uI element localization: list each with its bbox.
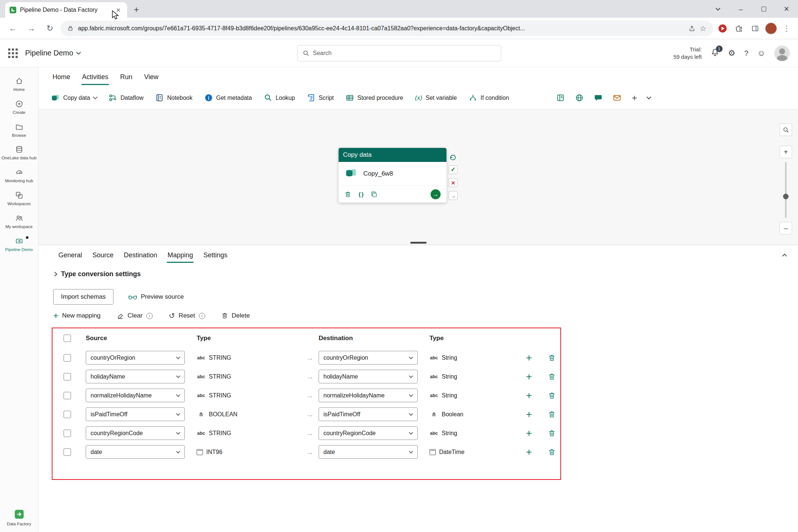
sidebar-item-onelake-data-hub[interactable]: OneLake data hub	[0, 142, 38, 165]
feedback-smiley-icon[interactable]	[757, 49, 765, 57]
toolbar-if-condition[interactable]: If condition	[469, 94, 509, 102]
ribbon-tab-activities[interactable]: Activities	[76, 67, 114, 87]
sidebar-item-data-factory[interactable]: Data Factory	[0, 509, 38, 532]
run-activity-button[interactable]	[431, 189, 441, 199]
destination-column-dropdown[interactable]: countryOrRegion	[319, 351, 418, 365]
teams-chat-icon[interactable]	[594, 94, 602, 102]
window-maximize-button[interactable]	[752, 0, 775, 18]
sidebar-item-monitoring-hub[interactable]: Monitoring hub	[0, 165, 38, 187]
chevron-down-icon[interactable]	[647, 95, 652, 99]
source-column-dropdown[interactable]: countryOrRegion	[86, 351, 185, 365]
zoom-in-button[interactable]	[780, 146, 792, 158]
new-mapping-button[interactable]: New mapping	[53, 311, 101, 320]
add-mapping-row-button[interactable]	[526, 390, 532, 401]
canvas-search-button[interactable]	[780, 123, 792, 136]
sidebar-item-browse[interactable]: Browse	[0, 119, 38, 142]
ribbon-tab-view[interactable]: View	[138, 67, 164, 87]
help-icon[interactable]	[744, 50, 748, 57]
sidebar-item-pipeline-demo[interactable]: Pipeline Demo	[0, 233, 38, 256]
toolbar-dataflow[interactable]: Dataflow	[109, 94, 143, 102]
new-tab-button[interactable]	[129, 3, 143, 17]
app-launcher-icon[interactable]	[8, 48, 18, 58]
panel-resize-handle[interactable]	[410, 242, 427, 244]
global-search[interactable]	[297, 45, 501, 61]
panel-tab-general[interactable]: General	[53, 245, 87, 265]
add-mapping-row-button[interactable]	[526, 409, 532, 420]
on-failure-connector[interactable]	[449, 178, 458, 187]
skip-loop-icon[interactable]	[449, 153, 457, 161]
zoom-slider[interactable]	[785, 162, 787, 218]
destination-column-dropdown[interactable]: isPaidTimeOff	[319, 407, 418, 421]
sidebar-item-workspaces[interactable]: Workspaces	[0, 187, 38, 210]
browser-menu-icon[interactable]	[780, 25, 793, 32]
panel-tab-source[interactable]: Source	[87, 245, 119, 265]
row-checkbox[interactable]	[64, 354, 71, 362]
bookmark-star-icon[interactable]	[700, 25, 706, 32]
sidebar-item-create[interactable]: Create	[0, 96, 38, 119]
delete-row-trash-icon[interactable]	[548, 354, 556, 362]
destination-column-dropdown[interactable]: normalizeHolidayName	[319, 389, 418, 402]
add-mapping-row-button[interactable]	[526, 372, 532, 382]
extensions-puzzle-icon[interactable]	[732, 22, 746, 35]
settings-gear-icon[interactable]	[728, 49, 736, 57]
row-checkbox[interactable]	[64, 448, 71, 456]
type-conversion-settings-toggle[interactable]: Type conversion settings	[53, 270, 798, 278]
toolbar-copy-data[interactable]: Copy data	[51, 94, 97, 102]
window-minimize-button[interactable]	[729, 0, 752, 18]
add-mapping-row-button[interactable]	[526, 428, 532, 438]
source-column-dropdown[interactable]: date	[86, 445, 185, 459]
destination-column-dropdown[interactable]: date	[319, 445, 418, 459]
duplicate-icon[interactable]	[371, 191, 377, 198]
zoom-slider-handle[interactable]	[783, 194, 789, 199]
reload-button[interactable]	[42, 21, 58, 36]
toolbar-notebook[interactable]: Notebook	[155, 94, 193, 102]
toolbar-set-variable[interactable]: Set variable	[415, 95, 457, 101]
row-checkbox[interactable]	[64, 373, 71, 380]
workspace-switcher[interactable]: Pipeline Demo	[25, 49, 80, 57]
add-activity-icon[interactable]	[632, 94, 637, 102]
address-bar[interactable]: app.fabric.microsoft.com/groups/7e661a71…	[61, 21, 713, 36]
toolbar-stored-procedure[interactable]: Stored procedure	[346, 94, 403, 102]
kql-board-icon[interactable]	[556, 94, 565, 102]
delete-row-trash-icon[interactable]	[548, 448, 556, 456]
destination-column-dropdown[interactable]: countryRegionCode	[319, 426, 418, 440]
delete-button[interactable]: Delete	[221, 312, 250, 319]
web-globe-icon[interactable]	[575, 94, 584, 102]
zoom-out-button[interactable]	[780, 222, 792, 234]
source-column-dropdown[interactable]: countryRegionCode	[86, 426, 185, 440]
on-success-connector[interactable]	[449, 165, 458, 174]
toolbar-lookup[interactable]: Lookup	[264, 94, 295, 102]
sidebar-item-home[interactable]: Home	[0, 73, 38, 96]
row-checkbox[interactable]	[64, 411, 71, 418]
delete-row-trash-icon[interactable]	[548, 373, 556, 380]
destination-column-dropdown[interactable]: holidayName	[319, 370, 418, 383]
delete-row-trash-icon[interactable]	[548, 392, 556, 399]
media-extension-icon[interactable]	[716, 22, 729, 35]
toolbar-script[interactable]: Script	[307, 94, 334, 102]
delete-activity-icon[interactable]	[344, 191, 351, 198]
notifications-button[interactable]: 1	[711, 48, 719, 58]
delete-row-trash-icon[interactable]	[548, 430, 556, 437]
share-icon[interactable]	[689, 25, 695, 32]
back-button[interactable]	[5, 21, 21, 36]
preview-source-button[interactable]: Preview source	[128, 293, 184, 301]
row-checkbox[interactable]	[64, 430, 71, 437]
on-completion-connector[interactable]	[449, 191, 458, 200]
copy-data-activity-card[interactable]: Copy data Copy_6w8	[339, 148, 446, 203]
delete-row-trash-icon[interactable]	[548, 411, 556, 418]
source-column-dropdown[interactable]: holidayName	[86, 370, 185, 383]
browser-tab[interactable]: Pipeline Demo - Data Factory	[5, 2, 127, 18]
ribbon-tab-home[interactable]: Home	[47, 67, 76, 87]
tab-close-icon[interactable]	[114, 6, 123, 14]
add-mapping-row-button[interactable]	[526, 447, 532, 457]
panel-tab-settings[interactable]: Settings	[198, 245, 232, 265]
activity-card-body[interactable]: Copy_6w8	[339, 162, 446, 186]
source-column-dropdown[interactable]: isPaidTimeOff	[86, 407, 185, 421]
ribbon-tab-run[interactable]: Run	[114, 67, 138, 87]
window-close-button[interactable]	[775, 0, 798, 18]
browser-profile-avatar[interactable]	[765, 22, 777, 35]
reset-button[interactable]: Reset	[169, 312, 205, 319]
pipeline-canvas[interactable]: Copy data Copy_6w8	[38, 109, 798, 245]
forward-button[interactable]	[24, 21, 39, 36]
add-mapping-row-button[interactable]	[526, 353, 532, 363]
